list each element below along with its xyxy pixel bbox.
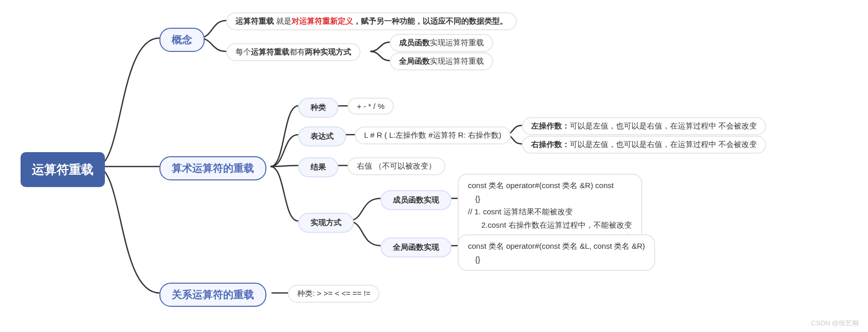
arith-kind: 种类 bbox=[298, 98, 338, 118]
l1-concept: 概念 bbox=[159, 28, 205, 52]
watermark-text: CSDN @徐艺桐 bbox=[811, 319, 859, 328]
concept-def: 运算符重载 就是对运算符重新定义，赋予另一种功能，以适应不同的数据类型。 bbox=[226, 12, 517, 30]
arith-impl-member: 成员函数实现 bbox=[381, 190, 451, 210]
t: 运算符重载 bbox=[251, 47, 290, 56]
l1-relation-label: 关系运算符的重载 bbox=[172, 288, 254, 302]
arith-kind-val: + - * / % bbox=[348, 98, 394, 115]
t: {} bbox=[468, 253, 645, 266]
t: L # R ( L:左操作数 #运算符 R: 右操作数) bbox=[364, 131, 501, 140]
root-label: 运算符重载 bbox=[32, 161, 94, 178]
t: 左操作数： bbox=[531, 121, 570, 130]
l1-concept-label: 概念 bbox=[172, 33, 192, 47]
t: 每个 bbox=[236, 47, 251, 56]
mindmap-canvas: 运算符重载 概念 运算符重载 就是对运算符重新定义，赋予另一种功能，以适应不同的… bbox=[0, 0, 868, 332]
t: 可以是左值，也可以是右值，在运算过程中 不会被改变 bbox=[570, 121, 757, 130]
arith-impl: 实现方式 bbox=[298, 213, 354, 233]
l1-arith: 算术运算符的重载 bbox=[159, 156, 266, 180]
root-node: 运算符重载 bbox=[21, 152, 105, 187]
arith-result: 结果 bbox=[298, 157, 338, 177]
t: const 类名 operator#(const 类名 &L, const 类名… bbox=[468, 239, 645, 253]
t: 就是 bbox=[276, 16, 292, 25]
t: 成员函数实现 bbox=[393, 195, 439, 205]
t: 两种实现方式 bbox=[305, 47, 351, 56]
t: 右值 （不可以被改变） bbox=[357, 161, 436, 171]
t: {} bbox=[468, 192, 632, 206]
t: 种类 bbox=[311, 103, 326, 113]
arith-impl-global-code: const 类名 operator#(const 类名 &L, const 类名… bbox=[458, 234, 655, 271]
arith-expr: 表达式 bbox=[298, 126, 346, 146]
t: 实现运算符重载 bbox=[430, 57, 484, 65]
t: 成员函数 bbox=[399, 38, 430, 47]
t: 都有 bbox=[290, 47, 305, 56]
t: 实现方式 bbox=[311, 218, 341, 228]
relation-kinds: 种类: > >= < <= == != bbox=[288, 285, 379, 303]
l1-arith-label: 算术运算符的重载 bbox=[172, 161, 254, 175]
t: 运算符重载 bbox=[236, 16, 276, 25]
concept-ways: 每个运算符重载都有两种实现方式 bbox=[226, 43, 360, 61]
t: 表达式 bbox=[311, 132, 334, 141]
arith-expr-val: L # R ( L:左操作数 #运算符 R: 右操作数) bbox=[355, 126, 511, 144]
t: const 类名 operator#(const 类名 &R) const bbox=[468, 179, 632, 192]
t: + - * / % bbox=[357, 102, 385, 110]
concept-way1: 成员函数实现运算符重载 bbox=[390, 34, 493, 52]
concept-way2: 全局函数实现运算符重载 bbox=[390, 52, 493, 70]
arith-result-val: 右值 （不可以被改变） bbox=[348, 157, 445, 175]
t: 全局函数实现 bbox=[393, 243, 439, 252]
t: 2.cosnt 右操作数在运算过程中，不能被改变 bbox=[468, 218, 632, 232]
t: 对运算符重新定义 bbox=[292, 16, 353, 25]
t: 全局函数 bbox=[399, 57, 430, 65]
t: 可以是左值，也可以是右值，在运算过程中 不会被改变 bbox=[570, 140, 757, 149]
t: 种类: > >= < <= == != bbox=[297, 289, 370, 299]
arith-left-op: 左操作数：可以是左值，也可以是右值，在运算过程中 不会被改变 bbox=[522, 117, 766, 135]
t: ，赋予另一种功能，以适应不同的数据类型。 bbox=[353, 16, 508, 25]
t: 右操作数： bbox=[531, 140, 570, 149]
l1-relation: 关系运算符的重载 bbox=[159, 283, 266, 307]
t: // 1. cosnt 运算结果不能被改变 bbox=[468, 205, 632, 218]
arith-impl-global: 全局函数实现 bbox=[381, 237, 451, 257]
t: 实现运算符重载 bbox=[430, 38, 484, 47]
arith-right-op: 右操作数：可以是左值，也可以是右值，在运算过程中 不会被改变 bbox=[522, 136, 766, 154]
t: 结果 bbox=[311, 162, 326, 172]
